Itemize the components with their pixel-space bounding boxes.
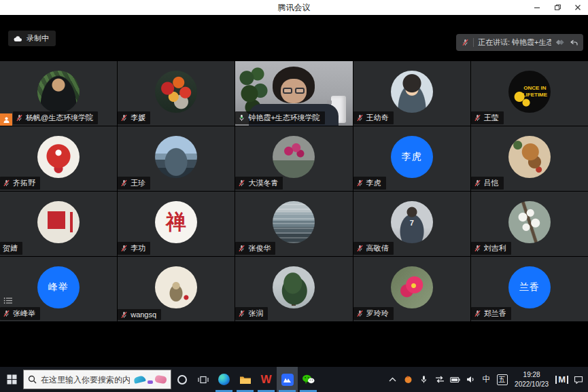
avatar: [391, 71, 433, 113]
mic-muted-icon: [462, 39, 469, 46]
folder-icon: [239, 375, 252, 385]
participant-tile[interactable]: 李媛: [118, 61, 235, 126]
restore-button[interactable]: [547, 0, 568, 15]
m-app-icon: M: [555, 376, 568, 384]
avatar: [155, 136, 197, 178]
avatar: 7: [391, 201, 433, 243]
participant-tile[interactable]: 张润: [235, 257, 352, 321]
avatar-text: 峰举: [48, 281, 69, 293]
participant-tile[interactable]: 罗玲玲: [353, 257, 470, 321]
participant-nameplate: 王莹: [471, 111, 504, 124]
participant-tile[interactable]: 兰香 郑兰香: [471, 257, 588, 321]
avatar: 禅: [155, 201, 197, 243]
recording-badge[interactable]: 录制中: [8, 31, 56, 46]
task-view-button[interactable]: [192, 367, 213, 392]
tencent-meeting-icon: [281, 374, 294, 386]
tencent-meeting-taskbar-button[interactable]: [277, 367, 298, 392]
action-center-icon: [574, 376, 583, 384]
participant-tile[interactable]: 齐拓野: [0, 126, 117, 191]
avatar: [273, 136, 315, 178]
participant-name: 张俊华: [248, 243, 271, 253]
search-doodle-icon: [134, 375, 167, 384]
search-input[interactable]: [41, 375, 130, 385]
participant-tile[interactable]: 禅 李功: [118, 192, 235, 256]
meeting-topbar: 录制中 正在讲话: 钟艳霞+生态环...: [0, 15, 588, 61]
system-tray: 中 五 19:28 2022/10/23 M: [385, 367, 588, 392]
ime-language-button[interactable]: 中: [479, 367, 494, 392]
wps-taskbar-button[interactable]: W: [256, 367, 277, 392]
participant-tile[interactable]: 刘吉利: [471, 192, 588, 256]
wechat-taskbar-button[interactable]: [298, 367, 319, 392]
mic-muted-icon: [238, 245, 245, 252]
restore-view-arrow-icon[interactable]: [569, 39, 578, 47]
tray-expand-button[interactable]: [385, 367, 400, 392]
participant-nameplate: 齐拓野: [0, 177, 40, 190]
participant-tile[interactable]: 贺婧: [0, 192, 117, 256]
participant-nameplate: 杨帆@生态环境学院: [13, 111, 98, 124]
taskbar-search[interactable]: [23, 370, 171, 389]
swap-arrows-icon: [435, 376, 445, 383]
tray-volume-button[interactable]: [464, 367, 478, 392]
mic-muted-icon: [474, 245, 481, 252]
participant-tile[interactable]: 杨帆@生态环境学院: [0, 61, 117, 126]
tray-app-orange-button[interactable]: [401, 367, 415, 392]
participant-nameplate: 王珍: [118, 177, 150, 190]
participant-grid: 杨帆@生态环境学院 李媛: [0, 61, 588, 321]
close-button[interactable]: [568, 0, 588, 15]
start-button[interactable]: [0, 367, 23, 392]
taskbar-clock[interactable]: 19:28 2022/10/23: [511, 370, 553, 389]
mic-muted-icon: [356, 310, 364, 317]
avatar: [155, 71, 197, 113]
participant-nameplate: 大漠冬青: [235, 177, 283, 190]
avatar: [37, 136, 80, 178]
participant-name: wangsq: [131, 310, 156, 319]
edge-taskbar-button[interactable]: [213, 367, 235, 392]
participant-name: 刘吉利: [484, 243, 506, 253]
participant-name: 张润: [248, 308, 263, 319]
participant-tile[interactable]: 王珍: [118, 126, 235, 191]
ime-mode-button[interactable]: 五: [495, 367, 509, 392]
mic-muted-icon: [120, 179, 128, 187]
tray-sync-button[interactable]: [432, 367, 447, 392]
chevron-up-icon: [389, 377, 396, 382]
participant-nameplate: 李虎: [353, 177, 386, 190]
tray-microphone-button[interactable]: [417, 367, 431, 392]
participant-nameplate: 张润: [235, 307, 268, 320]
mic-muted-icon: [356, 179, 364, 187]
battery-icon: [450, 376, 460, 383]
minimize-button[interactable]: [527, 0, 547, 15]
participant-name: 大漠冬青: [248, 178, 278, 188]
participant-name: 齐拓野: [13, 178, 35, 188]
clock-date: 2022/10/23: [515, 380, 549, 389]
participant-name: 李媛: [131, 113, 145, 123]
participant-tile[interactable]: wangsq: [118, 257, 235, 321]
participant-tile[interactable]: 吕恺: [471, 126, 588, 191]
avatar-initials: 兰香: [508, 266, 551, 308]
task-view-icon: [198, 375, 209, 385]
avatar-caption: LIFETIME: [523, 92, 547, 99]
cortana-button[interactable]: [171, 367, 192, 392]
divider: [473, 38, 474, 47]
avatar: [37, 71, 80, 113]
participant-tile[interactable]: 峰举 张峰举: [0, 257, 117, 321]
participant-tile[interactable]: 大漠冬青: [235, 126, 352, 191]
avatar-text: 李虎: [402, 151, 422, 163]
window-title: 腾讯会议: [0, 2, 588, 14]
speaking-banner[interactable]: 正在讲话: 钟艳霞+生态环...: [456, 34, 583, 51]
action-center-button[interactable]: [571, 367, 585, 392]
tray-m-app-button[interactable]: M: [554, 367, 570, 392]
file-explorer-taskbar-button[interactable]: [235, 367, 256, 392]
participant-tile-speaking[interactable]: 钟艳霞+生态环境学院: [235, 61, 352, 126]
participant-nameplate: 李功: [118, 242, 150, 255]
participant-tile[interactable]: 王幼奇: [353, 61, 470, 126]
tray-battery-button[interactable]: [448, 367, 462, 392]
participant-tile[interactable]: 张俊华: [235, 192, 352, 256]
participant-nameplate: 李媛: [118, 111, 150, 124]
participant-tile[interactable]: ONCE IN LIFETIME 王莹: [471, 61, 588, 126]
participant-tile[interactable]: 李虎 李虎: [353, 126, 470, 191]
avatar: [508, 201, 551, 243]
layout-view-icon[interactable]: [555, 39, 565, 47]
sneaker-doodle-icon: [133, 375, 146, 384]
participant-tile[interactable]: 7 高敬倩: [353, 192, 470, 256]
avatar: [508, 136, 551, 178]
